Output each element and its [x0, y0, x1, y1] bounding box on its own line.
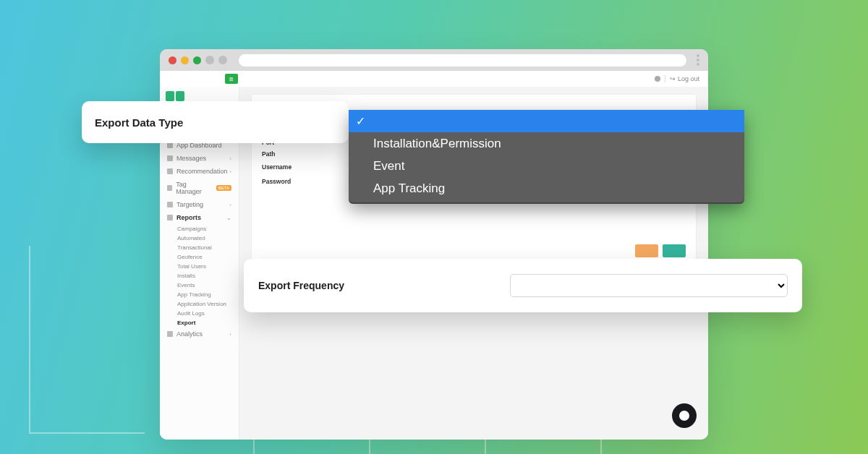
browser-menu-icon[interactable] [697, 54, 699, 66]
hamburger-icon[interactable]: ≡ [225, 74, 238, 84]
url-bar[interactable] [239, 54, 686, 67]
callout-label: Export Frequency [258, 280, 344, 291]
secondary-button[interactable] [635, 244, 658, 257]
gauge-icon [167, 142, 173, 148]
export-frequency-callout: Export Frequency [244, 259, 802, 312]
tag-icon [167, 185, 172, 191]
sidebar-sub-automated[interactable]: Automated [160, 234, 239, 243]
sidebar-item-recommendation[interactable]: Recommendation› [160, 165, 239, 178]
sidebar-sub-audit-logs[interactable]: Audit Logs [160, 309, 239, 318]
sidebar-sub-transactional[interactable]: Transactional [160, 243, 239, 252]
chat-icon [679, 411, 689, 421]
divider [665, 75, 665, 82]
dropdown-option-event[interactable]: Event [349, 155, 744, 177]
sidebar-sub-export[interactable]: Export [160, 318, 239, 327]
chevron-right-icon: › [229, 202, 231, 208]
sidebar-item-targeting[interactable]: Targeting› [160, 198, 239, 211]
logout-link[interactable]: ↪ Log out [670, 75, 699, 82]
sidebar-sub-total-users[interactable]: Total Users [160, 262, 239, 271]
export-data-type-dropdown[interactable]: ✓ Installation&Permission Event App Trac… [349, 110, 744, 204]
dropdown-option-installation[interactable]: Installation&Permission [349, 132, 744, 155]
dropdown-option-app-tracking[interactable]: App Tracking [349, 177, 744, 200]
export-frequency-select[interactable] [510, 274, 788, 297]
message-icon [167, 155, 173, 161]
tab-dot [205, 56, 214, 64]
sidebar-item-messages[interactable]: Messages› [160, 152, 239, 165]
sidebar-sub-geofence[interactable]: Geofence [160, 252, 239, 262]
sidebar-item-tag-manager[interactable]: Tag ManagerBETA [160, 178, 239, 198]
tab-dot [218, 56, 227, 64]
crosshair-icon [167, 202, 173, 207]
app-topbar: ≡ ↪ Log out [160, 71, 708, 87]
window-close-dot[interactable] [169, 56, 176, 64]
chevron-right-icon: › [229, 168, 231, 175]
check-icon: ✓ [356, 114, 365, 128]
bars-icon [167, 331, 173, 337]
sidebar-sub-app-version[interactable]: Application Version [160, 299, 239, 309]
browser-chrome [160, 49, 708, 71]
form-buttons [262, 244, 686, 257]
dropdown-option-blank[interactable]: ✓ [349, 110, 744, 132]
sidebar-item-analytics[interactable]: Analytics› [160, 327, 239, 340]
chat-widget[interactable] [672, 403, 697, 428]
window-max-dot[interactable] [193, 56, 201, 64]
chart-icon [167, 215, 173, 220]
sidebar-item-reports[interactable]: Reports⌄ [160, 211, 239, 224]
export-data-type-callout: Export Data Type [82, 101, 349, 143]
window-min-dot[interactable] [181, 56, 189, 64]
target-icon [167, 168, 173, 174]
sidebar-sub-app-tracking[interactable]: App Tracking [160, 290, 239, 299]
chevron-down-icon: ⌄ [226, 215, 231, 221]
user-icon[interactable] [655, 76, 660, 82]
deco-line [29, 246, 145, 434]
chevron-right-icon: › [229, 155, 231, 162]
primary-button[interactable] [663, 244, 686, 257]
chevron-right-icon: › [229, 331, 231, 338]
sidebar-sub-campaigns[interactable]: Campaigns [160, 224, 239, 234]
beta-badge: BETA [216, 185, 231, 191]
sidebar-sub-events[interactable]: Events [160, 280, 239, 290]
sidebar-sub-installs[interactable]: Installs [160, 271, 239, 280]
callout-label: Export Data Type [95, 116, 183, 129]
